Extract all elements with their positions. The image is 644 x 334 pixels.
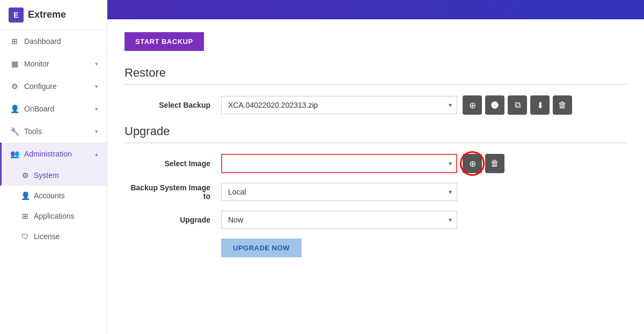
backup-system-label: Backup System Image to — [125, 183, 221, 201]
upgrade-title: Upgrade — [125, 124, 627, 138]
upgrade-action-buttons: ⊕ 🗑 — [463, 154, 504, 173]
sidebar-sub-item-license[interactable]: 🛡 License — [0, 226, 107, 247]
sidebar-item-administration[interactable]: 👥 Administration ▴ — [0, 143, 107, 165]
upgrade-now-row: UPGRADE NOW — [125, 239, 627, 257]
select-image-wrapper: ▾ — [221, 154, 457, 173]
download-button[interactable]: ⬇ — [530, 95, 550, 115]
upgrade-timing-dropdown[interactable]: Now Scheduled — [221, 211, 457, 229]
backup-system-row: Backup System Image to Local Remote ▾ — [125, 183, 627, 201]
sidebar-item-label: Dashboard — [24, 37, 61, 46]
copy-button[interactable]: ⧉ — [508, 95, 527, 115]
sidebar-item-tools[interactable]: 🔧 Tools ▾ — [0, 120, 107, 143]
sidebar-item-label: Configure — [24, 82, 57, 91]
sidebar-sub-item-label: System — [34, 171, 59, 180]
sidebar-item-onboard[interactable]: 👤 OnBoard ▾ — [0, 98, 107, 120]
backup-system-dropdown[interactable]: Local Remote — [221, 183, 457, 201]
sidebar-sub-item-label: License — [34, 232, 60, 241]
logo-icon: E — [9, 8, 24, 23]
sidebar-item-monitor[interactable]: ▦ Monitor ▾ — [0, 53, 107, 75]
administration-icon: 👥 — [10, 150, 19, 158]
sidebar-sub-item-accounts[interactable]: 👤 Accounts — [0, 185, 107, 206]
content-area: START BACKUP Restore Select Backup XCA.0… — [107, 19, 644, 334]
upgrade-divider — [125, 143, 627, 143]
select-backup-wrapper: XCA.04022020.202313.zip ▾ — [221, 96, 457, 114]
sidebar-sub-item-label: Applications — [34, 212, 75, 220]
logo-text: Extreme — [28, 9, 66, 20]
upgrade-now-button[interactable]: UPGRADE NOW — [221, 239, 302, 257]
select-image-dropdown[interactable] — [221, 154, 457, 173]
system-icon: ⚙ — [21, 171, 30, 180]
delete-image-button[interactable]: 🗑 — [485, 154, 504, 173]
sidebar-item-configure[interactable]: ⚙ Configure ▾ — [0, 75, 107, 98]
top-bar — [107, 0, 644, 19]
sidebar-sub-item-system[interactable]: ⚙ System — [0, 165, 107, 185]
accounts-icon: 👤 — [21, 191, 30, 200]
main-content: START BACKUP Restore Select Backup XCA.0… — [107, 0, 644, 334]
backup-system-wrapper: Local Remote ▾ — [221, 183, 457, 201]
select-image-label: Select Image — [125, 159, 221, 168]
upgrade-timing-wrapper: Now Scheduled ▾ — [221, 211, 457, 229]
restore-action-buttons: ⊕ ⧉ ⬇ 🗑 — [463, 95, 572, 115]
delete-backup-button[interactable]: 🗑 — [553, 95, 572, 115]
chevron-up-icon: ▴ — [95, 151, 98, 158]
sidebar-item-dashboard[interactable]: ⊞ Dashboard — [0, 30, 107, 53]
sidebar: E Extreme ⊞ Dashboard ▦ Monitor ▾ ⚙ Conf… — [0, 0, 107, 334]
chevron-down-icon: ▾ — [95, 83, 98, 90]
restore-divider — [125, 84, 627, 85]
chevron-down-icon: ▾ — [95, 61, 98, 68]
select-backup-row: Select Backup XCA.04022020.202313.zip ▾ … — [125, 95, 627, 115]
sidebar-sub-item-applications[interactable]: ⊞ Applications — [0, 206, 107, 226]
select-image-row: Select Image ▾ ⊕ 🗑 — [125, 154, 627, 173]
tools-icon: 🔧 — [10, 127, 19, 136]
sidebar-item-label: Administration — [24, 150, 72, 158]
start-backup-button[interactable]: START BACKUP — [125, 32, 204, 51]
restore-title: Restore — [125, 66, 627, 80]
chevron-down-icon: ▾ — [95, 106, 98, 113]
highlight-circle — [460, 151, 485, 176]
applications-icon: ⊞ — [21, 212, 30, 220]
license-icon: 🛡 — [21, 232, 30, 241]
onboard-icon: 👤 — [10, 105, 19, 113]
sidebar-item-label: Monitor — [24, 60, 49, 68]
configure-icon: ⚙ — [10, 82, 19, 91]
logo: E Extreme — [0, 0, 107, 30]
select-backup-dropdown[interactable]: XCA.04022020.202313.zip — [221, 96, 457, 114]
select-backup-label: Select Backup — [125, 101, 221, 109]
monitor-icon: ▦ — [10, 60, 19, 68]
add-image-button[interactable]: ⊕ — [463, 154, 482, 173]
sidebar-sub-item-label: Accounts — [34, 191, 65, 200]
dashboard-icon: ⊞ — [10, 37, 19, 46]
add-backup-button[interactable]: ⊕ — [463, 95, 482, 115]
history-button[interactable] — [485, 95, 504, 115]
upgrade-timing-row: Upgrade Now Scheduled ▾ — [125, 211, 627, 229]
chevron-down-icon: ▾ — [95, 128, 98, 135]
sidebar-item-label: OnBoard — [24, 105, 54, 113]
sidebar-item-label: Tools — [24, 127, 42, 136]
upgrade-timing-label: Upgrade — [125, 216, 221, 224]
